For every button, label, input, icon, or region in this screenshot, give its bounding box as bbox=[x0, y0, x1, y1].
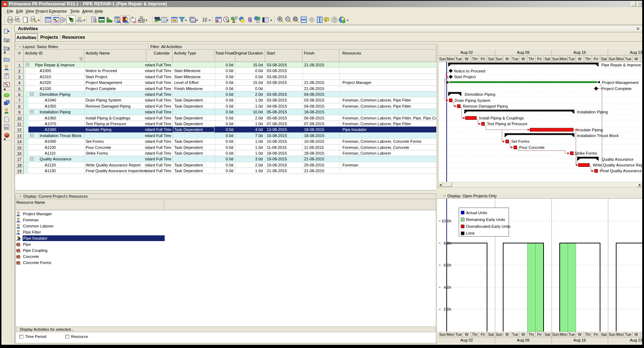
svg-text:Notice to Proceed: Notice to Proceed bbox=[454, 69, 485, 73]
svg-text:Demolition Piping: Demolition Piping bbox=[465, 92, 495, 97]
svg-text:Set Forms: Set Forms bbox=[511, 139, 530, 144]
svg-text:Project Management: Project Management bbox=[602, 80, 639, 85]
svg-text:Test Piping at Pressure: Test Piping at Pressure bbox=[487, 122, 527, 126]
svg-text:Pour Concrete: Pour Concrete bbox=[519, 145, 545, 150]
svg-text:Installation Thrust Block: Installation Thrust Block bbox=[577, 133, 619, 138]
svg-text:Final Quality Assurance Inspec: Final Quality Assurance Inspection bbox=[600, 169, 643, 173]
svg-text:Project Complete: Project Complete bbox=[601, 86, 631, 91]
svg-text:8.0h: 8.0h bbox=[444, 241, 451, 245]
svg-text:Pipe Repair & Improve: Pipe Repair & Improve bbox=[601, 63, 641, 67]
svg-text:Actual Units: Actual Units bbox=[466, 211, 487, 215]
svg-text:?: ? bbox=[333, 18, 336, 22]
svg-text:Insulate Piping: Insulate Piping bbox=[577, 128, 603, 132]
svg-text:Start Project: Start Project bbox=[454, 75, 476, 79]
svg-text:Strike Forms: Strike Forms bbox=[575, 151, 597, 155]
svg-text:Overallocated Early Units: Overallocated Early Units bbox=[466, 224, 511, 229]
svg-text:4.0h: 4.0h bbox=[444, 285, 451, 290]
svg-text:Remaining Early Units: Remaining Early Units bbox=[466, 217, 505, 222]
svg-text:Limit: Limit bbox=[466, 231, 474, 235]
svg-text:10.0h: 10.0h bbox=[441, 219, 451, 223]
svg-text:Install Piping & Couplings: Install Piping & Couplings bbox=[479, 116, 524, 120]
svg-text:2.0h: 2.0h bbox=[444, 307, 451, 311]
svg-text:Drain Piping System: Drain Piping System bbox=[455, 98, 490, 103]
svg-text:Write Quality Assurance Report: Write Quality Assurance Report bbox=[593, 163, 643, 167]
svg-text:Quality Assurance: Quality Assurance bbox=[602, 157, 634, 161]
svg-text:Remove Damaged Piping: Remove Damaged Piping bbox=[463, 104, 508, 108]
svg-text:6.0h: 6.0h bbox=[444, 263, 451, 267]
svg-text:A: A bbox=[94, 19, 96, 22]
svg-text:Installation Piping: Installation Piping bbox=[577, 110, 608, 114]
